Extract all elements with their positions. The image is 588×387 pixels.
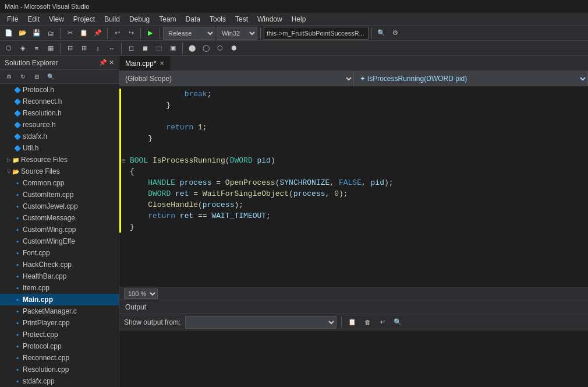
tree-item-hackcheck-cpp[interactable]: 🔹 HackCheck.cpp bbox=[0, 259, 119, 270]
tb2-btn4[interactable]: ▦ bbox=[44, 42, 57, 55]
new-button[interactable]: 📄 bbox=[2, 27, 15, 40]
code-editor[interactable]: break; } return 1; bbox=[119, 86, 588, 287]
tree-item-printplayer-cpp[interactable]: 🔹 PrintPlayer.cpp bbox=[0, 317, 119, 329]
menu-file[interactable]: File bbox=[2, 14, 23, 24]
tb2-btn13[interactable]: ⬤ bbox=[186, 42, 199, 55]
file-h-icon: 🔷 bbox=[14, 133, 21, 140]
tree-item-resource-files[interactable]: ▷ 📁 Resource Files bbox=[0, 154, 119, 166]
target-input[interactable] bbox=[264, 27, 369, 40]
menu-window[interactable]: Window bbox=[253, 14, 287, 24]
solution-explorer: Solution Explorer 📌 ✕ ⚙ ↻ ⊟ 🔍 🔷 Protocol… bbox=[0, 56, 119, 387]
tree-item-reconnect-cpp[interactable]: 🔹 Reconnect.cpp bbox=[0, 352, 119, 364]
tree-item-util-h[interactable]: 🔷 Util.h bbox=[0, 142, 119, 154]
tree-label: Source Files bbox=[21, 167, 60, 175]
tb2-btn3[interactable]: ≡ bbox=[30, 42, 43, 55]
output-wrap-btn[interactable]: ↵ bbox=[376, 316, 389, 329]
output-source-dropdown[interactable] bbox=[185, 316, 336, 329]
menu-edit[interactable]: Edit bbox=[23, 14, 44, 24]
tree-item-packetmanager-cpp[interactable]: 🔹 PacketManager.c bbox=[0, 305, 119, 317]
file-cpp-icon: 🔹 bbox=[14, 250, 21, 256]
copy-button[interactable]: 📋 bbox=[77, 27, 90, 40]
tree-item-item-cpp[interactable]: 🔹 Item.cpp bbox=[0, 282, 119, 294]
scope-left-dropdown[interactable]: (Global Scope) bbox=[119, 71, 354, 86]
code-line: { bbox=[119, 166, 588, 177]
output-content[interactable] bbox=[119, 330, 588, 387]
se-props-btn[interactable]: ⚙ bbox=[2, 71, 15, 83]
tb2-btn5[interactable]: ⊟ bbox=[63, 42, 76, 55]
output-copy-btn[interactable]: 📋 bbox=[346, 316, 359, 329]
run-button[interactable]: ▶ bbox=[144, 27, 157, 40]
tab-label: Main.cpp* bbox=[125, 59, 156, 68]
tree-item-protect-cpp[interactable]: 🔹 Protect.cpp bbox=[0, 329, 119, 340]
tb2-btn14[interactable]: ◯ bbox=[200, 42, 212, 55]
tb2-btn10[interactable]: ◼ bbox=[139, 42, 151, 55]
output-title: Output bbox=[125, 303, 146, 311]
tb2-btn6[interactable]: ⊞ bbox=[77, 42, 90, 55]
tree-item-resolution-h[interactable]: 🔷 Resolution.h bbox=[0, 107, 119, 119]
tree-item-reconnect-h[interactable]: 🔷 Reconnect.h bbox=[0, 96, 119, 107]
tab-main-cpp[interactable]: Main.cpp* ✕ bbox=[119, 56, 171, 71]
tb2-btn8[interactable]: ↔ bbox=[105, 42, 118, 55]
menu-data[interactable]: Data bbox=[181, 14, 205, 24]
tree-item-protocol-h[interactable]: 🔷 Protocol.h bbox=[0, 84, 119, 96]
tb2-btn2[interactable]: ◈ bbox=[16, 42, 29, 55]
tree-item-common-cpp[interactable]: 🔹 Common.cpp bbox=[0, 177, 119, 189]
se-refresh-btn[interactable]: ↻ bbox=[16, 71, 29, 83]
open-button[interactable]: 📂 bbox=[16, 27, 29, 40]
tree-item-healthbar-cpp[interactable]: 🔹 HealthBar.cpp bbox=[0, 270, 119, 282]
tree-item-source-files[interactable]: ▽ 📂 Source Files bbox=[0, 166, 119, 177]
se-close-btn[interactable]: ✕ bbox=[109, 59, 114, 66]
menu-test[interactable]: Test bbox=[231, 14, 253, 24]
save-button[interactable]: 💾 bbox=[30, 27, 43, 40]
menu-team[interactable]: Team bbox=[154, 14, 180, 24]
tb2-btn12[interactable]: ▣ bbox=[167, 42, 179, 55]
menu-help[interactable]: Help bbox=[287, 14, 311, 24]
save-all-button[interactable]: 🗂 bbox=[44, 27, 57, 40]
menu-project[interactable]: Project bbox=[69, 14, 100, 24]
file-h-icon: 🔷 bbox=[14, 110, 21, 117]
tree-item-customjewel-cpp[interactable]: 🔹 CustomJewel.cpp bbox=[0, 200, 119, 212]
tb2-btn9[interactable]: ◻ bbox=[125, 42, 137, 55]
tab-close-btn[interactable]: ✕ bbox=[160, 60, 164, 66]
configuration-dropdown[interactable]: Release Debug bbox=[163, 27, 215, 40]
find-button[interactable]: 🔍 bbox=[375, 27, 388, 40]
redo-button[interactable]: ↪ bbox=[125, 27, 137, 40]
platform-dropdown[interactable]: Win32 x64 bbox=[217, 27, 257, 40]
menu-tools[interactable]: Tools bbox=[205, 14, 231, 24]
tree-item-protocol-cpp[interactable]: 🔹 Protocol.cpp bbox=[0, 340, 119, 352]
tree-item-resolution-cpp[interactable]: 🔹 Resolution.cpp bbox=[0, 364, 119, 375]
tree-label: HealthBar.cpp bbox=[23, 272, 66, 280]
tree-item-custommessage-cpp[interactable]: 🔹 CustomMessage. bbox=[0, 212, 119, 224]
tb2-btn11[interactable]: ⬚ bbox=[153, 42, 165, 55]
tab-bar: Main.cpp* ✕ bbox=[119, 56, 588, 71]
tb2-btn1[interactable]: ⬡ bbox=[2, 42, 15, 55]
menu-debug[interactable]: Debug bbox=[125, 14, 154, 24]
output-clear-btn[interactable]: 🗑 bbox=[361, 316, 374, 329]
se-pin-btn[interactable]: 📌 bbox=[99, 59, 107, 66]
tree-item-stdafx-cpp[interactable]: 🔹 stdafx.cpp bbox=[0, 375, 119, 387]
tb2-btn15[interactable]: ⬡ bbox=[214, 42, 226, 55]
code-line: CloseHandle(process); bbox=[119, 199, 588, 210]
tree-item-font-cpp[interactable]: 🔹 Font.cpp bbox=[0, 247, 119, 259]
file-cpp-icon: 🔹 bbox=[14, 297, 21, 303]
tree-item-resource-h[interactable]: 🔷 resource.h bbox=[0, 119, 119, 131]
tree-item-customitem-cpp[interactable]: 🔹 CustomItem.cpp bbox=[0, 189, 119, 200]
cut-button[interactable]: ✂ bbox=[63, 27, 76, 40]
paste-button[interactable]: 📌 bbox=[91, 27, 104, 40]
tree-item-customwing-cpp[interactable]: 🔹 CustomWing.cpp bbox=[0, 224, 119, 235]
menu-build[interactable]: Build bbox=[100, 14, 125, 24]
undo-button[interactable]: ↩ bbox=[111, 27, 123, 40]
menu-view[interactable]: View bbox=[44, 14, 69, 24]
zoom-select[interactable]: 100 % 75 % 150 % bbox=[124, 289, 158, 299]
se-tree[interactable]: 🔷 Protocol.h 🔷 Reconnect.h 🔷 Resolution.… bbox=[0, 84, 119, 387]
tb2-btn7[interactable]: ↕ bbox=[91, 42, 104, 55]
tree-item-stdafx-h[interactable]: 🔷 stdafx.h bbox=[0, 131, 119, 142]
se-collapse-btn[interactable]: ⊟ bbox=[30, 71, 43, 83]
tree-item-customwingeff-cpp[interactable]: 🔹 CustomWingEffe bbox=[0, 235, 119, 247]
tree-item-main-cpp[interactable]: 🔹 Main.cpp bbox=[0, 294, 119, 305]
more-button[interactable]: ⚙ bbox=[389, 27, 402, 40]
output-find-btn[interactable]: 🔍 bbox=[391, 316, 404, 329]
scope-right-dropdown[interactable]: ✦ IsProcessRunning(DWORD pid) bbox=[354, 71, 589, 86]
tb2-btn16[interactable]: ⬢ bbox=[228, 42, 240, 55]
se-search-btn[interactable]: 🔍 bbox=[44, 71, 57, 83]
